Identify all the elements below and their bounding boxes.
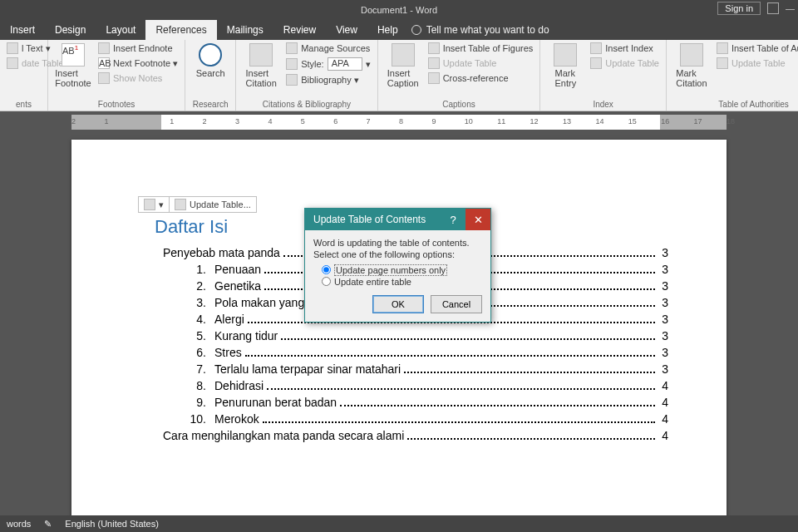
toc-page: 3 — [658, 246, 668, 259]
dialog-message: Word is updating the table of contents. … — [313, 237, 482, 261]
mark-entry-button[interactable]: MarkEntry — [545, 42, 585, 88]
toc-text: Penyebab mata panda — [163, 246, 280, 259]
ruler-area: 21123456789101112131415161718 — [0, 111, 798, 130]
cancel-button[interactable]: Cancel — [431, 295, 482, 313]
tab-mailings[interactable]: Mailings — [217, 20, 273, 40]
toc-num: 1. — [183, 263, 206, 276]
radio-input-entire-table[interactable] — [322, 277, 331, 286]
group-label-citations: Citations & Bibliography — [241, 100, 372, 111]
tab-references[interactable]: References — [145, 20, 216, 40]
ribbon: l Text ▾ date Table ents AB1InsertFootno… — [0, 40, 798, 111]
insert-index-button[interactable]: Insert Index — [589, 42, 661, 55]
toc-leader — [263, 421, 655, 423]
toc-page: 3 — [658, 263, 668, 276]
document-area: ▾ Update Table... Daftar Isi Penyebab ma… — [0, 130, 798, 515]
update-toc-dialog: Update Table of Contents ? ✕ Word is upd… — [304, 208, 491, 323]
toc-entry[interactable]: 9.Penurunan berat badan4 — [155, 396, 668, 409]
mark-entry-icon — [554, 43, 577, 66]
dialog-title-text: Update Table of Contents — [313, 214, 426, 225]
sign-in-button[interactable]: Sign in — [717, 2, 761, 15]
toc-num: 2. — [183, 279, 206, 293]
toc-entry[interactable]: 10.Merokok4 — [155, 412, 668, 426]
group-label-footnotes: Footnotes — [53, 100, 180, 111]
toc-entry[interactable]: 5.Kurang tidur3 — [155, 329, 668, 342]
group-label-captions: Captions — [383, 100, 535, 111]
toc-entry[interactable]: Cara menghilangkan mata panda secara ala… — [155, 429, 668, 442]
toc-leader — [340, 405, 655, 406]
citation-icon — [249, 43, 273, 66]
radio-update-entire-table[interactable]: Update entire table — [313, 277, 482, 287]
ok-button[interactable]: OK — [372, 295, 424, 313]
dialog-titlebar[interactable]: Update Table of Contents ? ✕ — [305, 209, 490, 230]
toc-text: Alergi — [214, 313, 244, 326]
minimize-icon[interactable]: — — [786, 3, 795, 13]
mark-citation-button[interactable]: MarkCitation — [672, 42, 712, 88]
cross-reference-button[interactable]: Cross-reference — [426, 71, 535, 85]
toc-leader — [281, 338, 655, 340]
tab-review[interactable]: Review — [273, 20, 326, 40]
citation-style-dropdown[interactable]: Style: APA▾ — [284, 57, 372, 71]
radio-input-page-numbers[interactable] — [322, 265, 331, 274]
toc-num: 6. — [183, 346, 206, 359]
toc-leader — [267, 388, 655, 390]
status-bar: words ✎ English (United States) — [0, 515, 798, 532]
toc-text: Cara menghilangkan mata panda secara ala… — [163, 429, 404, 442]
toc-num: 4. — [183, 313, 206, 326]
toc-page: 4 — [658, 412, 668, 426]
dialog-help-button[interactable]: ? — [441, 209, 466, 230]
toc-text: Merokok — [214, 412, 259, 426]
toc-grip-icon — [144, 199, 155, 210]
toc-page: 4 — [658, 379, 668, 392]
toc-page: 3 — [658, 313, 668, 326]
toc-text: Stres — [214, 346, 242, 359]
manage-sources-button[interactable]: Manage Sources — [284, 42, 372, 55]
tab-view[interactable]: View — [326, 20, 367, 40]
tell-me-search[interactable]: Tell me what you want to do — [411, 24, 549, 36]
insert-citation-button[interactable]: InsertCitation — [241, 42, 281, 88]
ribbon-tabs: Insert Design Layout References Mailings… — [0, 20, 798, 40]
toc-page: 4 — [658, 429, 668, 442]
toc-entry[interactable]: 7.Terlalu lama terpapar sinar matahari3 — [155, 362, 668, 376]
toc-num: 8. — [183, 379, 206, 392]
status-spellcheck-icon[interactable]: ✎ — [44, 519, 52, 530]
toc-text: Dehidrasi — [214, 379, 264, 392]
mark-citation-icon — [680, 43, 703, 66]
toc-field-handle[interactable]: ▾ Update Table... — [138, 196, 257, 213]
insert-caption-button[interactable]: InsertCaption — [383, 42, 423, 88]
toc-text: Penuaan — [214, 263, 261, 276]
insert-tof-button[interactable]: Insert Table of Figures — [426, 42, 535, 55]
update-index-button: Update Table — [589, 57, 661, 70]
dialog-close-button[interactable]: ✕ — [466, 209, 490, 230]
insert-endnote-button[interactable]: Insert Endnote — [96, 42, 180, 55]
lightbulb-icon — [411, 25, 421, 35]
tab-design[interactable]: Design — [45, 20, 96, 40]
toc-num: 9. — [183, 396, 206, 409]
document-title: Document1 - Word — [361, 5, 437, 15]
radio-update-page-numbers[interactable]: Update page numbers only — [313, 264, 482, 276]
search-button[interactable]: Search — [190, 42, 230, 78]
horizontal-ruler[interactable]: 21123456789101112131415161718 — [71, 115, 727, 130]
toc-num: 5. — [183, 329, 206, 342]
insert-toa-button[interactable]: Insert Table of Authorities — [715, 42, 798, 55]
footnote-icon: AB1 — [62, 43, 85, 66]
toc-text: Kurang tidur — [214, 329, 278, 342]
next-footnote-button[interactable]: ABNext Footnote ▾ — [96, 57, 180, 70]
toc-text: Penurunan berat badan — [214, 396, 337, 409]
bibliography-button[interactable]: Bibliography ▾ — [284, 73, 372, 86]
group-label-toa: Table of Authorities — [672, 100, 798, 111]
toc-text: Genetika — [214, 279, 261, 293]
group-label-contents: ents — [5, 100, 42, 111]
tab-help[interactable]: Help — [367, 20, 408, 40]
toc-entry[interactable]: 8.Dehidrasi4 — [155, 379, 668, 392]
toc-page: 3 — [658, 346, 668, 359]
toc-page: 3 — [658, 279, 668, 293]
toc-entry[interactable]: 6.Stres3 — [155, 346, 668, 359]
ribbon-options-icon[interactable] — [767, 2, 779, 14]
insert-footnote-button[interactable]: AB1InsertFootnote — [53, 42, 93, 88]
status-language[interactable]: English (United States) — [65, 519, 159, 529]
page[interactable]: ▾ Update Table... Daftar Isi Penyebab ma… — [71, 140, 727, 515]
tab-layout[interactable]: Layout — [96, 20, 145, 40]
toc-num: 7. — [183, 362, 206, 376]
tab-insert[interactable]: Insert — [0, 20, 45, 40]
status-words[interactable]: words — [7, 519, 31, 529]
